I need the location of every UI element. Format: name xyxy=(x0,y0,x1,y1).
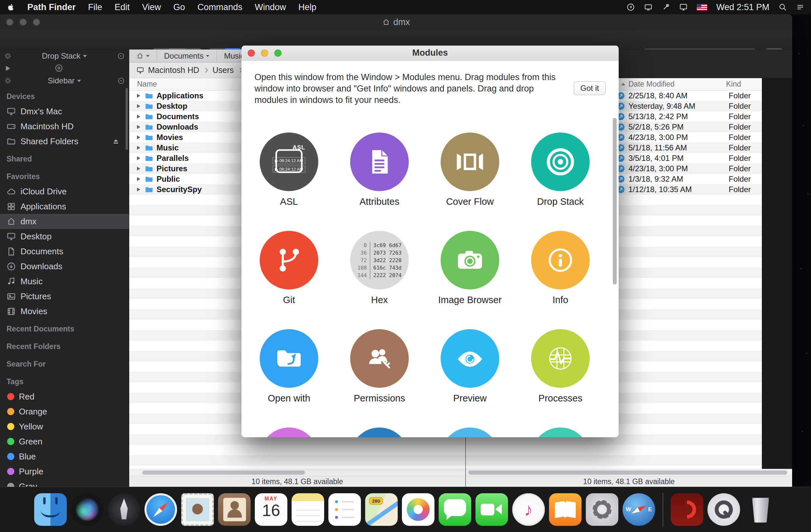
module-circle[interactable]: 0 36 72 108 144 3c69 6d67 2073 7263 3d22… xyxy=(350,231,409,289)
sidebar-item[interactable]: Dmx's Mac xyxy=(0,104,129,119)
menu-item[interactable]: Edit xyxy=(114,2,130,12)
finder-dock-icon[interactable] xyxy=(34,493,67,526)
airplay-display-icon[interactable] xyxy=(644,3,653,11)
notification-center-icon[interactable] xyxy=(796,3,805,11)
minimize-button[interactable] xyxy=(261,49,268,57)
module-card[interactable]: ASL ▶ 08:24:12 AM ▶ 08:24:12 AM ASL xyxy=(260,133,318,231)
sidebar-item[interactable]: Orange xyxy=(0,404,129,419)
dock-separator[interactable] xyxy=(662,492,663,527)
spotlight-search-icon[interactable] xyxy=(778,3,787,11)
reminders-dock-icon[interactable] xyxy=(328,493,361,526)
sidebar-item[interactable]: Recent Documents xyxy=(0,321,129,336)
module-circle[interactable] xyxy=(350,329,409,388)
module-card[interactable] xyxy=(260,427,318,437)
disclosure-triangle-icon[interactable] xyxy=(137,125,140,129)
module-circle[interactable] xyxy=(441,133,499,191)
module-card[interactable]: Image Browser xyxy=(438,231,502,329)
module-circle[interactable] xyxy=(260,329,318,388)
module-circle[interactable] xyxy=(350,427,409,437)
sidebar-item[interactable]: Downloads xyxy=(0,259,129,274)
itunes-dock-icon[interactable]: ♪ xyxy=(512,493,545,526)
got-it-button[interactable]: Got it xyxy=(574,81,606,95)
sidebar-item[interactable]: Red xyxy=(0,389,129,404)
module-circle[interactable] xyxy=(441,427,499,437)
drop-target-icon[interactable] xyxy=(55,64,62,72)
gear-icon[interactable] xyxy=(4,52,12,60)
modal-scrollbar[interactable] xyxy=(613,118,617,285)
home-folder-tab[interactable] xyxy=(129,49,157,62)
sidebar-item[interactable]: Movies xyxy=(0,304,129,319)
trash-dock-icon[interactable] xyxy=(744,493,777,526)
location-menu-icon[interactable] xyxy=(626,3,635,11)
gear-icon[interactable] xyxy=(4,77,12,85)
module-circle[interactable] xyxy=(350,133,409,191)
module-circle[interactable] xyxy=(441,231,499,289)
disclosure-triangle-icon[interactable] xyxy=(137,115,140,119)
eject-icon[interactable] xyxy=(112,137,120,145)
date-modified-column-header[interactable]: Date Modified xyxy=(628,80,726,89)
module-card[interactable]: Attributes xyxy=(350,133,409,231)
module-card[interactable]: Cover Flow xyxy=(441,133,499,231)
module-circle[interactable] xyxy=(531,231,590,289)
horizontal-scrollbar[interactable] xyxy=(466,469,792,476)
siri-dock-icon[interactable] xyxy=(71,493,104,526)
sidebar-panel-header[interactable]: Sidebar xyxy=(0,74,129,87)
sidebar-item[interactable]: dmx xyxy=(0,214,129,229)
photos-dock-icon[interactable] xyxy=(402,493,434,526)
menu-bar-clock[interactable]: Wed 2:51 PM xyxy=(716,2,769,12)
module-circle[interactable] xyxy=(260,427,318,437)
module-card[interactable]: Preview xyxy=(441,329,499,427)
menu-item[interactable]: File xyxy=(88,2,103,12)
menu-item[interactable]: Window xyxy=(255,2,286,12)
module-circle[interactable] xyxy=(531,427,590,437)
sidebar-item[interactable]: Favorites xyxy=(0,169,129,184)
maps-dock-icon[interactable]: 280 xyxy=(365,493,398,526)
facetime-dock-icon[interactable] xyxy=(475,493,508,526)
sidebar-item[interactable]: Gray xyxy=(0,479,129,487)
module-card[interactable]: Processes xyxy=(531,329,590,427)
launchpad-dock-icon[interactable] xyxy=(108,493,140,526)
ibooks-dock-icon[interactable] xyxy=(549,493,582,526)
modules-title-bar[interactable]: Modules xyxy=(242,46,619,61)
module-card[interactable]: Open with xyxy=(260,329,318,427)
breadcrumb-item[interactable]: Users xyxy=(213,65,245,75)
notes-dock-icon[interactable] xyxy=(292,493,324,526)
contacts-dock-icon[interactable] xyxy=(218,493,250,526)
menu-item[interactable]: Help xyxy=(299,2,317,12)
play-icon[interactable] xyxy=(6,66,10,71)
module-card[interactable]: Info xyxy=(531,231,590,329)
disclosure-triangle-icon[interactable] xyxy=(137,177,140,181)
minimize-window-button[interactable] xyxy=(19,18,27,26)
system-preferences-dock-icon[interactable] xyxy=(586,493,618,526)
sidebar-item[interactable]: Macintosh HD xyxy=(0,119,129,134)
module-circle[interactable]: ASL ▶ 08:24:12 AM ▶ 08:24:12 AM xyxy=(260,133,318,191)
kind-column-header[interactable]: Kind xyxy=(726,80,741,89)
messages-dock-icon[interactable] xyxy=(439,493,471,526)
display-menu-icon[interactable] xyxy=(679,3,688,11)
window-title-bar[interactable]: dmx xyxy=(0,14,792,30)
sidebar-item[interactable]: Purple xyxy=(0,464,129,479)
module-circle[interactable] xyxy=(441,329,499,388)
compass-globe-dock-icon[interactable]: W E xyxy=(623,493,655,526)
module-card[interactable]: Permissions xyxy=(350,329,409,427)
sidebar-item[interactable]: Blue xyxy=(0,449,129,464)
zoom-window-button[interactable] xyxy=(33,18,40,26)
sidebar-item[interactable]: Applications xyxy=(0,199,129,214)
collapse-panel-icon[interactable] xyxy=(117,52,125,60)
module-circle[interactable] xyxy=(531,133,590,191)
calendar-dock-icon[interactable]: MAY 16 xyxy=(255,493,287,526)
sidebar-item[interactable]: Tags xyxy=(0,374,129,389)
module-circle[interactable] xyxy=(531,329,590,388)
tool-menu-icon[interactable] xyxy=(662,3,670,11)
sidebar-item[interactable]: Documents xyxy=(0,244,129,259)
collapse-panel-icon[interactable] xyxy=(117,77,125,85)
module-card[interactable]: 0 36 72 108 144 3c69 6d67 2073 7263 3d22… xyxy=(350,231,409,329)
disclosure-triangle-icon[interactable] xyxy=(137,94,140,98)
close-window-button[interactable] xyxy=(6,18,13,26)
module-card[interactable] xyxy=(531,427,590,437)
disclosure-triangle-icon[interactable] xyxy=(137,167,140,171)
quicktime-dock-icon[interactable] xyxy=(707,493,740,526)
drop-stack-panel-header[interactable]: Drop Stack xyxy=(0,49,129,62)
folder-tab[interactable]: Documents xyxy=(157,49,217,62)
sidebar-item[interactable]: Shared Folders xyxy=(0,134,129,149)
